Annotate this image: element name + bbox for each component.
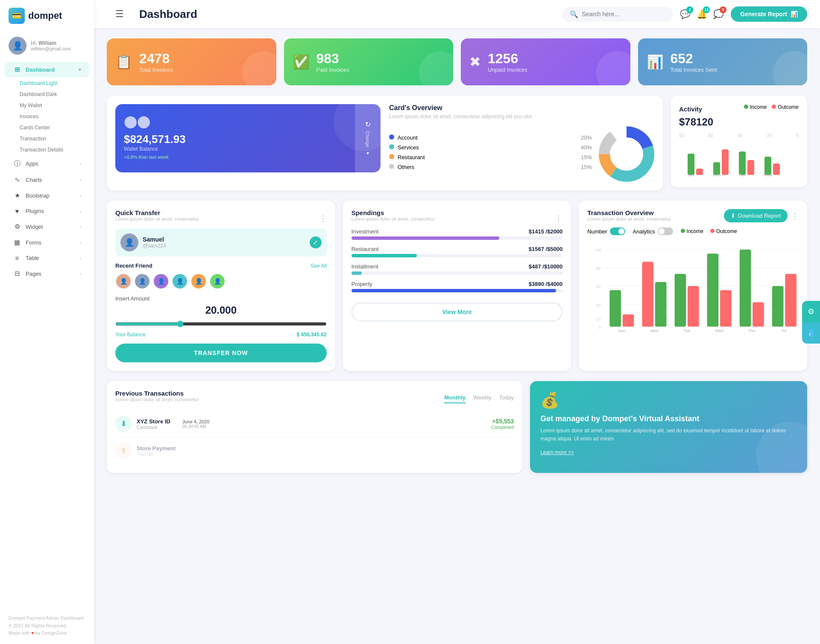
dashboard-icon: ⊞: [13, 66, 21, 73]
spending-label-property: Property: [351, 281, 372, 287]
sidebar-item-forms[interactable]: ▦ Forms ›: [4, 235, 90, 250]
sub-cards-center[interactable]: Cards Center: [15, 122, 94, 133]
download-report-button[interactable]: ⬇ Download Report: [724, 209, 788, 222]
tp-header: Transaction Overview Lorem ipsum dolor s…: [587, 209, 799, 222]
chevron-right-icon: ›: [79, 224, 81, 229]
sub-dashboard-light[interactable]: Dashboard Light: [15, 78, 94, 89]
quick-transfer-title: Quick Transfer: [115, 209, 199, 216]
plugins-icon: ♥: [13, 207, 21, 215]
outcome-legend: Outcome: [772, 104, 799, 110]
svg-rect-28: [610, 290, 621, 327]
va-learn-more-link[interactable]: Learn more >>: [540, 449, 574, 455]
tx-icon-2: ⬆: [115, 443, 132, 459]
search-input[interactable]: [582, 11, 650, 17]
sidebar-item-label: Table: [26, 255, 39, 261]
app-logo-text: dompet: [28, 10, 62, 21]
wallet-change-button[interactable]: ↻ Change ▾: [355, 104, 381, 172]
see-all-link[interactable]: See All: [310, 263, 326, 269]
tx-amount: +$5,553: [491, 418, 514, 425]
toggle-number[interactable]: [610, 227, 625, 235]
paid-invoices-label: Paid Invoices: [316, 67, 349, 73]
total-invoices-label: Total Invoices: [139, 67, 173, 73]
contact-avatar: 👤: [120, 233, 138, 251]
activity-amount: $78120: [679, 116, 799, 128]
transaction-bar-chart: 100 80 60 40 20 0: [587, 241, 799, 335]
sidebar-item-plugins[interactable]: ♥ Plugins ›: [4, 204, 90, 219]
download-btn-label: Download Report: [738, 213, 781, 219]
view-more-button[interactable]: View More: [351, 303, 563, 321]
hamburger-icon[interactable]: ☰: [107, 4, 132, 24]
generate-btn-label: Generate Report: [740, 11, 787, 17]
svg-text:Mon: Mon: [713, 173, 720, 177]
spendings-menu-icon[interactable]: ⋮: [555, 214, 562, 223]
restaurant-pct: 15%: [581, 154, 592, 160]
bell-icon-btn[interactable]: 🔔 12: [697, 9, 707, 19]
tab-monthly[interactable]: Monthly: [444, 394, 466, 403]
wallet-overview-panel: ⬤⬤ $824,571.93 Wallet Balance +0,8% than…: [107, 96, 663, 190]
sidebar-item-charts[interactable]: ∿ Charts ›: [4, 172, 90, 187]
sidebar-item-apps[interactable]: ⓘ Apps ›: [4, 156, 90, 172]
settings-button[interactable]: ⚙: [802, 301, 820, 322]
invoice-icon: 📋: [115, 54, 132, 70]
middle-row: ⬤⬤ $824,571.93 Wallet Balance +0,8% than…: [107, 96, 807, 190]
friend-avatar-4[interactable]: 👤: [172, 273, 188, 289]
chat-icon-btn[interactable]: 💬 2: [680, 9, 691, 19]
sub-invoices[interactable]: Invoices: [15, 111, 94, 122]
spending-label-restaurant: Restaurant: [351, 246, 379, 252]
sub-dashboard-dark[interactable]: Dashboard Dark: [15, 89, 94, 100]
sidebar-item-pages[interactable]: ⊟ Pages ›: [4, 266, 90, 281]
bell-badge: 12: [703, 6, 710, 13]
spendings-title: Spendings: [351, 209, 435, 216]
sub-transaction[interactable]: Transaction: [15, 133, 94, 144]
sub-my-wallet[interactable]: My Wallet: [15, 100, 94, 111]
svg-text:100: 100: [594, 248, 601, 252]
amount-slider[interactable]: [115, 321, 327, 327]
sidebar-item-label: Plugins: [26, 208, 44, 214]
right-sidebar: ⚙ 💧: [802, 301, 820, 344]
transfer-now-button[interactable]: TRANSFER NOW: [115, 344, 327, 362]
sidebar-item-label: Bootstrap: [26, 192, 50, 199]
friend-avatar-5[interactable]: 👤: [190, 273, 207, 289]
svg-text:0: 0: [599, 325, 601, 329]
sidebar-item-bootstrap[interactable]: ★ Bootstrap ›: [4, 188, 90, 203]
toggle-analytics[interactable]: [658, 227, 673, 235]
svg-rect-7: [722, 149, 729, 175]
sent-invoices-label: Total Invoices Sent: [671, 67, 717, 73]
friend-avatar-3[interactable]: 👤: [153, 273, 169, 289]
sidebar-item-table[interactable]: ≡ Table ›: [4, 251, 90, 265]
sidebar-item-label: Widget: [26, 224, 43, 230]
spending-label-investment: Investment: [351, 228, 379, 235]
sidebar: 💳 dompet 👤 Hi, William william@gmail.com…: [0, 0, 94, 644]
chevron-right-icon: ›: [79, 271, 81, 276]
generate-report-button[interactable]: Generate Report 📊: [731, 6, 807, 22]
balance-row: Your Balance $ 456,345.62: [115, 332, 327, 338]
svg-rect-29: [623, 315, 634, 327]
sidebar-item-label: Apps: [26, 160, 38, 167]
widget-icon: ⚙: [13, 223, 21, 230]
tab-weekly[interactable]: Weekly: [473, 394, 491, 403]
quick-transfer-menu-icon[interactable]: ⋮: [319, 214, 327, 223]
friend-avatar-2[interactable]: 👤: [134, 273, 150, 289]
card-overview-desc: Lorem ipsum dolor sit amet, consectetur …: [389, 114, 654, 119]
prev-tx-title: Previous Transactions: [115, 390, 199, 397]
forms-icon: ▦: [13, 239, 21, 246]
tab-today[interactable]: Today: [499, 394, 514, 403]
balance-val: $ 456,345.62: [297, 332, 327, 338]
bottom-row: Quick Transfer Lorem ipsum dolor sit ame…: [107, 201, 807, 371]
friend-avatar-1[interactable]: 👤: [115, 273, 132, 289]
previous-transactions-panel: Previous Transactions Lorem ipsum dolor …: [107, 381, 522, 473]
contact-check-icon: ✓: [310, 236, 322, 248]
dashboard-submenu: Dashboard Light Dashboard Dark My Wallet…: [0, 78, 94, 155]
svg-rect-10: [764, 157, 771, 175]
friend-avatar-6[interactable]: 👤: [209, 273, 226, 289]
svg-text:60: 60: [596, 284, 601, 289]
sub-transaction-details[interactable]: Transaction Details: [15, 144, 94, 155]
gear-icon: ⚙: [808, 307, 814, 316]
water-button[interactable]: 💧: [802, 322, 820, 344]
card-overview-title: Card's Overview: [389, 104, 654, 112]
sidebar-item-dashboard[interactable]: ⊞ Dashboard ▾: [4, 62, 90, 77]
sidebar-item-widget[interactable]: ⚙ Widget ›: [4, 219, 90, 234]
msg-icon-btn[interactable]: 💭 5: [713, 9, 724, 19]
search-box: 🔍: [562, 7, 673, 22]
tp-menu-icon[interactable]: ⋮: [791, 211, 799, 221]
